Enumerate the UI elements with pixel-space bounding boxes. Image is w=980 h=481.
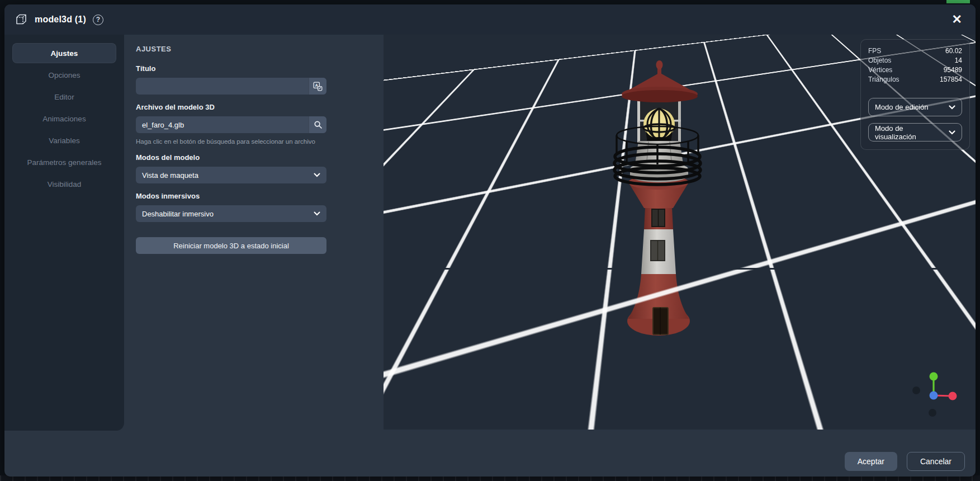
modos-inmersivos-select[interactable]: Deshabilitar inmersivo xyxy=(136,205,326,222)
model3d-dialog: model3d (1) ? ✕ Ajustes Opciones Editor … xyxy=(4,4,976,477)
chevron-down-icon xyxy=(314,173,320,177)
stat-label: Objetos xyxy=(868,56,891,65)
archivo-input-row xyxy=(136,116,326,133)
stat-label: Vértices xyxy=(868,65,892,75)
sidebar-item-animaciones[interactable]: Animaciones xyxy=(12,109,116,129)
modos-inmersivos-label: Modos inmersivos xyxy=(136,192,331,200)
stat-vertices: Vértices 95489 xyxy=(868,65,962,75)
help-icon[interactable]: ? xyxy=(93,15,103,25)
sidebar-item-parametros[interactable]: Parámetros generales xyxy=(12,152,116,172)
stat-value: 14 xyxy=(955,56,962,65)
sidebar-item-variables[interactable]: Variables xyxy=(12,130,116,150)
close-icon[interactable]: ✕ xyxy=(949,12,965,27)
sidebar-item-visibilidad[interactable]: Visibilidad xyxy=(12,174,116,194)
search-file-button[interactable] xyxy=(309,116,326,133)
stat-value: 95489 xyxy=(944,65,962,75)
dialog-titlebar: model3d (1) ? ✕ xyxy=(4,4,976,35)
visualization-mode-select[interactable]: Modo de visualización xyxy=(868,123,962,142)
titulo-input[interactable] xyxy=(136,78,309,95)
cancel-button[interactable]: Cancelar xyxy=(907,452,965,471)
translate-button[interactable]: A xyxy=(309,78,326,95)
edit-mode-select[interactable]: Modo de edición xyxy=(868,98,962,116)
gizmo-y-axis xyxy=(930,372,938,381)
dialog-title: model3d (1) xyxy=(35,15,86,25)
stat-value: 60.02 xyxy=(945,46,962,56)
chevron-down-icon xyxy=(949,105,955,110)
modos-modelo-select[interactable]: Vista de maqueta xyxy=(136,167,326,183)
cube-3d-icon xyxy=(15,13,28,26)
settings-sidebar: Ajustes Opciones Editor Animaciones Vari… xyxy=(4,35,124,431)
stat-triangulos: Triángulos 157854 xyxy=(868,75,962,84)
sidebar-item-editor[interactable]: Editor xyxy=(12,87,116,107)
titulo-label: Título xyxy=(136,64,331,73)
stat-fps: FPS 60.02 xyxy=(868,46,962,56)
dialog-footer: Aceptar Cancelar xyxy=(845,452,965,471)
viewport-3d[interactable]: FPS 60.02 Objetos 14 Vértices 95489 Triá… xyxy=(384,35,976,430)
accept-button[interactable]: Aceptar xyxy=(845,452,897,471)
modos-inmersivos-value: Deshabilitar inmersivo xyxy=(142,210,214,218)
visualization-mode-value: Modo de visualización xyxy=(875,124,944,141)
titulo-input-row: A xyxy=(136,78,326,95)
sidebar-item-ajustes[interactable]: Ajustes xyxy=(12,43,116,63)
translate-icon: A xyxy=(313,82,323,91)
edit-mode-value: Modo de edición xyxy=(875,103,928,111)
ajustes-form: AJUSTES Título A Archivo del modelo 3D xyxy=(124,35,348,477)
chevron-down-icon xyxy=(949,130,955,135)
reset-model-button[interactable]: Reiniciar modelo 3D a estado inicial xyxy=(136,237,326,254)
section-heading: AJUSTES xyxy=(136,45,331,53)
archivo-input[interactable] xyxy=(136,116,309,133)
page-backdrop-accent xyxy=(946,0,970,3)
search-icon xyxy=(314,120,323,129)
stat-label: FPS xyxy=(868,46,881,56)
stat-objetos: Objetos 14 xyxy=(868,56,962,65)
modos-modelo-value: Vista de maqueta xyxy=(142,171,198,180)
sidebar-item-opciones[interactable]: Opciones xyxy=(12,65,116,85)
viewport-hud: FPS 60.02 Objetos 14 Vértices 95489 Triá… xyxy=(860,39,970,150)
modos-modelo-label: Modos del modelo xyxy=(136,153,331,162)
axis-gizmo[interactable] xyxy=(908,368,959,419)
chevron-down-icon xyxy=(314,211,320,216)
archivo-help-text: Haga clic en el botón de búsqueda para s… xyxy=(136,138,331,145)
gizmo-z-axis xyxy=(930,392,938,400)
archivo-label: Archivo del modelo 3D xyxy=(136,103,331,111)
stat-value: 157854 xyxy=(940,75,962,84)
gizmo-x-axis xyxy=(949,392,957,400)
stat-label: Triángulos xyxy=(868,75,899,84)
